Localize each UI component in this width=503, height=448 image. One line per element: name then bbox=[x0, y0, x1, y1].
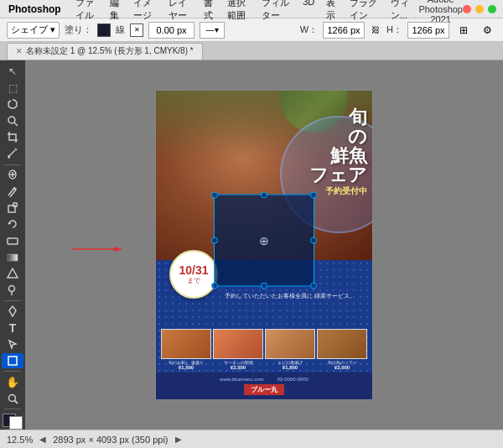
move-tool-btn[interactable]: ↖ bbox=[2, 64, 23, 80]
document-size: 2893 px × 4093 px (350 ppi) bbox=[53, 435, 168, 445]
svg-rect-16 bbox=[8, 357, 17, 365]
lasso-tool-btn[interactable] bbox=[2, 96, 23, 112]
svg-marker-13 bbox=[8, 268, 18, 278]
food-img-4 bbox=[317, 329, 367, 359]
gradient-tool-btn[interactable] bbox=[2, 249, 23, 265]
chain-icon[interactable]: ⛓ bbox=[370, 23, 381, 36]
close-icon[interactable]: ✕ bbox=[16, 47, 23, 55]
menu-edit[interactable]: 編集 bbox=[104, 0, 127, 23]
menu-image[interactable]: イメージ bbox=[127, 0, 163, 23]
stroke-width-input[interactable] bbox=[148, 22, 194, 39]
food-row: 旬のお刺し 盛盛り ¥1,500 サーモンの照焼 ¥2,500 エビの唐揚げ ¥… bbox=[156, 329, 372, 370]
food-item-1: 旬のお刺し 盛盛り ¥1,500 bbox=[161, 329, 211, 370]
document-tab[interactable]: ✕ 名称未設定 1 @ 12.5% (長方形 1, CMYK/8) * bbox=[7, 43, 203, 60]
svg-point-0 bbox=[8, 117, 15, 123]
stroke-type-dropdown[interactable]: —▾ bbox=[200, 22, 225, 39]
main-area: ↖ ⬚ bbox=[0, 60, 503, 430]
status-arrow-right[interactable]: ▶ bbox=[175, 435, 182, 444]
svg-line-18 bbox=[14, 400, 18, 404]
blur-tool-btn[interactable] bbox=[2, 266, 23, 282]
brush-tool-btn[interactable] bbox=[2, 184, 23, 200]
svg-point-14 bbox=[9, 285, 15, 291]
menu-3d[interactable]: 3D bbox=[297, 0, 320, 23]
svg-point-17 bbox=[8, 394, 15, 401]
food-item-4: 旬の魚のソテー ¥2,000 bbox=[317, 329, 367, 370]
type-tool-btn[interactable]: T bbox=[2, 320, 23, 336]
height-input[interactable] bbox=[407, 22, 449, 39]
svg-rect-12 bbox=[8, 254, 18, 261]
tool-arrow-indicator bbox=[71, 237, 130, 262]
food-img-2 bbox=[213, 329, 263, 359]
fill-label: 塗り： bbox=[65, 23, 92, 36]
history-brush-btn[interactable] bbox=[2, 216, 23, 232]
menu-window[interactable]: ウィン... bbox=[385, 0, 419, 23]
fill-color-swatch[interactable] bbox=[97, 23, 111, 37]
healing-tool-btn[interactable] bbox=[2, 167, 23, 183]
shape-label: シェイプ bbox=[11, 23, 48, 36]
path-select-btn[interactable] bbox=[2, 336, 23, 352]
settings-icon[interactable]: ⚙ bbox=[478, 21, 496, 39]
menu-file[interactable]: ファイル bbox=[70, 0, 105, 23]
menu-layer[interactable]: レイヤー bbox=[163, 0, 198, 23]
poster-contact: www.bluemaru.com 03-0000-0000 bbox=[220, 377, 309, 382]
minimize-button[interactable] bbox=[475, 5, 484, 13]
food-img-1 bbox=[161, 329, 211, 359]
tab-label: 名称未設定 1 @ 12.5% (長方形 1, CMYK/8) * bbox=[26, 45, 194, 57]
menu-select[interactable]: 選択範囲 bbox=[221, 0, 257, 23]
chevron-down-icon: ▾ bbox=[50, 24, 55, 35]
eyedropper-tool-btn[interactable] bbox=[2, 146, 23, 162]
toolbar: ↖ ⬚ bbox=[0, 60, 25, 430]
zoom-tool-btn[interactable] bbox=[2, 391, 23, 407]
color-boxes bbox=[3, 414, 23, 430]
poster-bottom: www.bluemaru.com 03-0000-0000 ブルー丸 bbox=[156, 372, 372, 399]
hand-tool-btn[interactable]: ✋ bbox=[2, 374, 23, 390]
stroke-color-swatch[interactable]: ✕ bbox=[130, 23, 143, 37]
menu-filter[interactable]: フィルター bbox=[256, 0, 297, 23]
title-text: 旬 の 鮮魚 フェア bbox=[309, 107, 367, 185]
food-item-3: エビの唐揚げ ¥1,800 bbox=[265, 329, 315, 370]
status-bar: 12.5% ◀ 2893 px × 4093 px (350 ppi) ▶ bbox=[0, 430, 503, 448]
poster-description: 予約していただいたお客様全員に 緑茶サービス。 bbox=[225, 292, 366, 301]
menu-view[interactable]: 表示 bbox=[320, 0, 344, 23]
svg-rect-11 bbox=[8, 238, 18, 244]
svg-line-3 bbox=[9, 150, 15, 156]
rectangle-tool-btn[interactable] bbox=[2, 353, 23, 369]
status-arrow-left[interactable]: ◀ bbox=[39, 435, 46, 444]
stroke-label: 線 bbox=[116, 23, 125, 36]
date-badge: 10/31 まで bbox=[169, 250, 218, 299]
h-label: H： bbox=[386, 23, 402, 36]
zoom-level: 12.5% bbox=[7, 435, 33, 445]
menu-bar: Photoshop ファイル 編集 イメージ レイヤー 書式 選択範囲 フィルタ… bbox=[0, 0, 503, 18]
svg-line-1 bbox=[14, 122, 18, 126]
canvas-area[interactable]: 旬 の 鮮魚 フェア 予約受付中 10/31 まで 予約していただいたお客様全員… bbox=[25, 60, 503, 430]
width-input[interactable] bbox=[323, 22, 365, 39]
background-color[interactable] bbox=[9, 416, 23, 430]
clone-stamp-btn[interactable] bbox=[2, 201, 23, 216]
subtitle-text: 予約受付中 bbox=[309, 186, 367, 195]
poster-title: 旬 の 鮮魚 フェア 予約受付中 bbox=[309, 107, 367, 195]
svg-point-8 bbox=[14, 188, 17, 190]
date-suffix: まで bbox=[187, 276, 200, 285]
w-label: W： bbox=[300, 23, 318, 36]
crop-tool-btn[interactable] bbox=[2, 129, 23, 145]
close-button[interactable] bbox=[463, 5, 471, 13]
app-name: Photoshop bbox=[0, 3, 70, 15]
align-icon[interactable]: ⊞ bbox=[454, 21, 473, 39]
menu-plugins[interactable]: プラグイン bbox=[344, 0, 385, 23]
window-controls bbox=[463, 5, 503, 13]
brand-name: ブルー丸 bbox=[244, 384, 284, 395]
shape-dropdown[interactable]: シェイプ ▾ bbox=[7, 22, 60, 39]
menu-items: ファイル 編集 イメージ レイヤー 書式 選択範囲 フィルター 3D 表示 プラ… bbox=[70, 0, 419, 23]
eraser-tool-btn[interactable] bbox=[2, 233, 23, 249]
dodge-tool-btn[interactable] bbox=[2, 283, 23, 299]
food-item-2: サーモンの照焼 ¥2,500 bbox=[213, 329, 263, 370]
quick-select-tool-btn[interactable] bbox=[2, 113, 23, 129]
marquee-tool-btn[interactable]: ⬚ bbox=[2, 81, 23, 96]
maximize-button[interactable] bbox=[488, 5, 496, 13]
pen-tool-btn[interactable] bbox=[2, 304, 23, 320]
ps-document: 旬 の 鮮魚 フェア 予約受付中 10/31 まで 予約していただいたお客様全員… bbox=[122, 65, 407, 425]
tab-bar: ✕ 名称未設定 1 @ 12.5% (長方形 1, CMYK/8) * bbox=[0, 42, 503, 60]
dimension-controls: W： ⛓ H： ⊞ ⚙ bbox=[300, 21, 496, 39]
svg-line-2 bbox=[15, 148, 17, 150]
menu-type[interactable]: 書式 bbox=[198, 0, 221, 23]
